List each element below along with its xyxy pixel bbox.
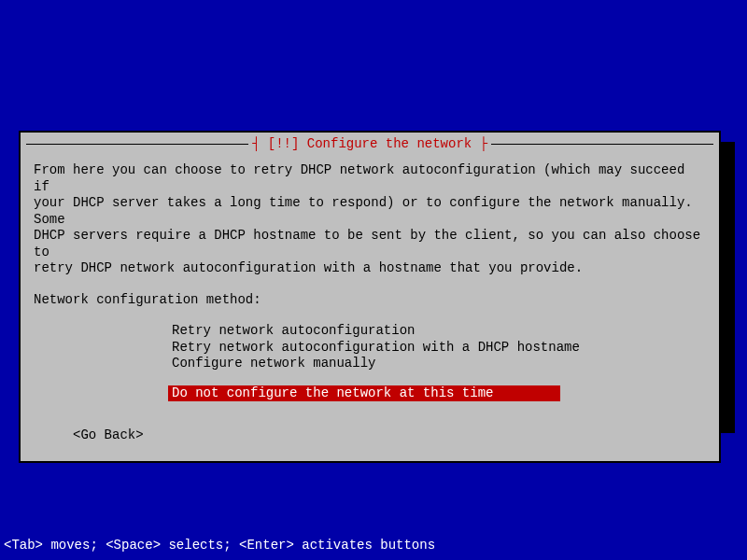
option-retry-autoconfig[interactable]: Retry network autoconfiguration xyxy=(168,323,706,340)
option-configure-manually[interactable]: Configure network manually xyxy=(168,356,706,372)
dialog-content: From here you can choose to retry DHCP n… xyxy=(21,153,719,461)
dialog-title-row: ┤ [!!] Configure the network ├ xyxy=(21,136,719,153)
dialog-description: From here you can choose to retry DHCP n… xyxy=(34,162,706,277)
title-line-right xyxy=(469,144,713,145)
option-retry-autoconfig-hostname[interactable]: Retry network autoconfiguration with a D… xyxy=(168,340,706,357)
footer-help-text: <Tab> moves; <Space> selects; <Enter> ac… xyxy=(4,538,435,553)
options-list: Retry network autoconfiguration Retry ne… xyxy=(168,323,706,401)
title-line-left xyxy=(26,144,271,145)
dialog-prompt: Network configuration method: xyxy=(34,292,706,309)
option-do-not-configure[interactable]: Do not configure the network at this tim… xyxy=(168,385,560,402)
dialog-title: ┤ [!!] Configure the network ├ xyxy=(248,136,491,151)
configure-network-dialog: ┤ [!!] Configure the network ├ From here… xyxy=(19,131,721,463)
go-back-button[interactable]: <Go Back> xyxy=(73,427,706,444)
